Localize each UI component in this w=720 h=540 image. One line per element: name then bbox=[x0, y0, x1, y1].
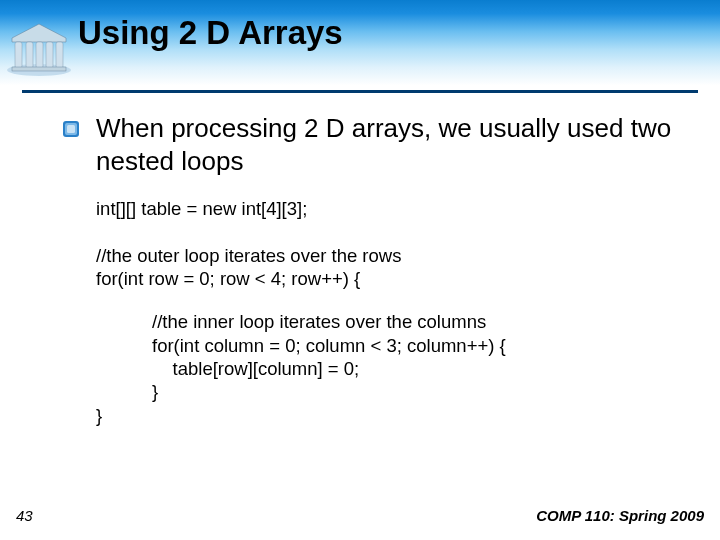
code-outer-for: for(int row = 0; row < 4; row++) { bbox=[96, 267, 690, 290]
code-outer-comment: //the outer loop iterates over the rows bbox=[96, 244, 690, 267]
svg-rect-5 bbox=[56, 42, 63, 68]
code-inner-close: } bbox=[152, 380, 690, 403]
code-inner-for: for(int column = 0; column < 3; column++… bbox=[152, 334, 690, 357]
bullet-icon bbox=[62, 120, 80, 138]
svg-rect-9 bbox=[67, 125, 75, 133]
bullet-text: When processing 2 D arrays, we usually u… bbox=[96, 112, 690, 177]
horizontal-rule bbox=[22, 90, 698, 93]
code-outer-close: } bbox=[96, 405, 690, 427]
bullet-item: When processing 2 D arrays, we usually u… bbox=[62, 112, 690, 177]
code-inner-body: table[row][column] = 0; bbox=[152, 357, 690, 380]
code-inner-comment: //the inner loop iterates over the colum… bbox=[152, 310, 690, 333]
page-title: Using 2 D Arrays bbox=[78, 14, 343, 52]
svg-rect-6 bbox=[12, 67, 66, 71]
footer-text: COMP 110: Spring 2009 bbox=[536, 507, 704, 524]
svg-rect-2 bbox=[26, 42, 33, 68]
svg-rect-1 bbox=[15, 42, 22, 68]
slide-content: When processing 2 D arrays, we usually u… bbox=[62, 112, 690, 427]
slide-number: 43 bbox=[16, 507, 33, 524]
code-declaration: int[][] table = new int[4][3]; bbox=[96, 197, 690, 220]
logo-icon bbox=[4, 18, 74, 78]
svg-rect-4 bbox=[46, 42, 53, 68]
svg-rect-3 bbox=[36, 42, 43, 68]
